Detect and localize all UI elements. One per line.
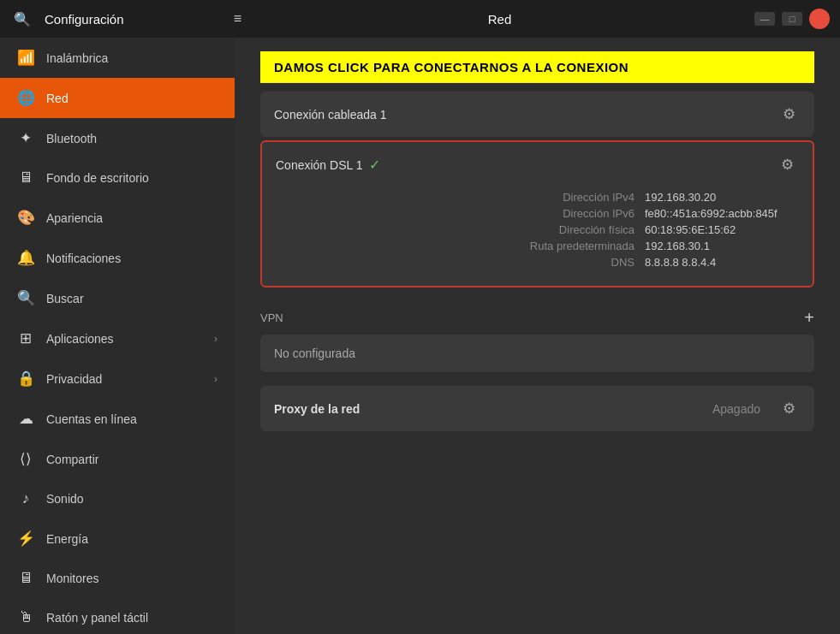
search-sidebar-icon: 🔍 [17, 289, 34, 307]
mac-label: Dirección física [559, 223, 634, 236]
sidebar-label-sonido: Sonido [46, 492, 84, 506]
sidebar-label-compartir: Compartir [46, 453, 98, 466]
sidebar-label-monitores: Monitores [46, 572, 98, 585]
route-value: 192.168.30.1 [645, 240, 799, 252]
dsl-name-text: Conexión DSL 1 [276, 158, 362, 172]
proxy-settings-button[interactable]: ⚙ [777, 398, 801, 419]
close-button[interactable]: ✕ [809, 9, 830, 29]
share-icon: ⟨⟩ [17, 450, 34, 468]
proxy-status: Apagado [712, 402, 760, 416]
sidebar-label-raton: Ratón y panel táctil [46, 611, 148, 625]
sidebar: 📶 Inalámbrica 🌐 Red ✦ Bluetooth 🖥 Fondo … [0, 38, 235, 634]
sidebar-label-energia: Energía [46, 532, 88, 546]
sound-icon: ♪ [17, 490, 34, 507]
sidebar-label-red: Red [46, 92, 69, 105]
annotation-banner: DAMOS CLICK PARA CONECTARNOS A LA CONEXI… [260, 51, 814, 83]
sidebar-item-sonido[interactable]: ♪ Sonido [0, 479, 235, 518]
maximize-button[interactable]: □ [782, 12, 802, 26]
sidebar-item-compartir[interactable]: ⟨⟩ Compartir [0, 439, 235, 479]
apps-icon: ⊞ [17, 329, 34, 347]
vpn-title: VPN [260, 311, 283, 324]
proxy-label: Proxy de la red [274, 402, 360, 416]
sidebar-label-bluetooth: Bluetooth [46, 132, 97, 145]
vpn-header: VPN + [260, 301, 814, 335]
appearance-icon: 🎨 [17, 209, 34, 227]
sidebar-item-bluetooth[interactable]: ✦ Bluetooth [0, 118, 235, 158]
power-icon: ⚡ [17, 530, 34, 548]
ipv4-label: Dirección IPv4 [563, 191, 634, 204]
sidebar-item-aplicaciones[interactable]: ⊞ Aplicaciones › [0, 318, 235, 358]
ipv6-label: Dirección IPv6 [563, 207, 634, 220]
window-title: Red [245, 12, 754, 27]
dns-row: DNS 8.8.8.8 8.8.4.4 [276, 256, 799, 269]
arrow-icon-2: › [214, 373, 217, 385]
ipv4-value: 192.168.30.20 [645, 191, 799, 204]
connection-details: Dirección IPv4 192.168.30.20 Dirección I… [262, 187, 813, 286]
proxy-row: Proxy de la red Apagado ⚙ [260, 386, 814, 431]
wired-connection-row: Conexión cableada 1 ⚙ [260, 92, 814, 137]
bell-icon: 🔔 [17, 249, 34, 267]
app-title: Configuración [45, 12, 124, 27]
sidebar-item-energia[interactable]: ⚡ Energía [0, 518, 235, 559]
cloud-icon: ☁ [17, 410, 34, 428]
ipv6-value: fe80::451a:6992:acbb:845f [645, 207, 799, 220]
wifi-icon: 📶 [17, 49, 34, 67]
vpn-add-button[interactable]: + [804, 308, 814, 328]
desktop-icon: 🖥 [17, 169, 34, 187]
wired-connection-name: Conexión cableada 1 [274, 108, 387, 121]
ipv6-row: Dirección IPv6 fe80::451a:6992:acbb:845f [276, 207, 799, 220]
sidebar-item-raton[interactable]: 🖱 Ratón y panel táctil [0, 598, 235, 634]
route-label: Ruta predeterminada [530, 240, 634, 252]
route-row: Ruta predeterminada 192.168.30.1 [276, 240, 799, 252]
dsl-connection-row: Conexión DSL 1 ✓ ⚙ [262, 142, 813, 187]
lock-icon: 🔒 [17, 370, 34, 388]
window-controls: — □ ✕ [754, 9, 830, 29]
sidebar-item-notificaciones[interactable]: 🔔 Notificaciones [0, 238, 235, 278]
main-layout: 📶 Inalámbrica 🌐 Red ✦ Bluetooth 🖥 Fondo … [0, 38, 840, 634]
check-icon: ✓ [369, 157, 380, 173]
sidebar-label-inalambrica: Inalámbrica [46, 51, 108, 65]
dsl-settings-button[interactable]: ⚙ [776, 154, 799, 175]
sidebar-label-privacidad: Privacidad [46, 372, 102, 386]
vpn-not-configured: No configurada [274, 347, 355, 360]
vpn-card: No configurada [260, 335, 814, 372]
sidebar-item-buscar[interactable]: 🔍 Buscar [0, 278, 235, 318]
mac-row: Dirección física 60:18:95:6E:15:62 [276, 223, 799, 236]
arrow-icon: › [214, 333, 217, 345]
wired-settings-button[interactable]: ⚙ [777, 104, 801, 125]
sidebar-item-apariencia[interactable]: 🎨 Apariencia [0, 198, 235, 238]
wired-connection-card[interactable]: Conexión cableada 1 ⚙ [260, 92, 814, 137]
sidebar-item-privacidad[interactable]: 🔒 Privacidad › [0, 358, 235, 399]
sidebar-item-monitores[interactable]: 🖥 Monitores [0, 559, 235, 598]
dsl-connection-name: Conexión DSL 1 ✓ [276, 157, 380, 173]
hamburger-button[interactable]: ≡ [230, 8, 245, 30]
dns-label: DNS [611, 256, 634, 269]
vpn-section: VPN + No configurada [260, 301, 814, 372]
minimize-button[interactable]: — [754, 12, 775, 26]
sidebar-item-red[interactable]: 🌐 Red [0, 78, 235, 118]
sidebar-label-buscar: Buscar [46, 292, 84, 305]
titlebar-left: 🔍 Configuración ≡ [10, 8, 245, 31]
titlebar: 🔍 Configuración ≡ Red — □ ✕ [0, 0, 840, 38]
search-button[interactable]: 🔍 [10, 8, 34, 31]
monitor-icon: 🖥 [17, 570, 34, 587]
ipv4-row: Dirección IPv4 192.168.30.20 [276, 191, 799, 204]
network-icon: 🌐 [17, 89, 34, 107]
sidebar-label-aplicaciones: Aplicaciones [46, 332, 114, 346]
main-content: DAMOS CLICK PARA CONECTARNOS A LA CONEXI… [235, 38, 840, 634]
mac-value: 60:18:95:6E:15:62 [645, 223, 799, 236]
sidebar-label-cuentas: Cuentas en línea [46, 412, 137, 426]
sidebar-item-fondo[interactable]: 🖥 Fondo de escritorio [0, 158, 235, 198]
bluetooth-icon: ✦ [17, 129, 34, 147]
dns-value: 8.8.8.8 8.8.4.4 [645, 256, 799, 269]
sidebar-item-inalambrica[interactable]: 📶 Inalámbrica [0, 38, 235, 78]
sidebar-label-apariencia: Apariencia [46, 211, 103, 225]
sidebar-label-notificaciones: Notificaciones [46, 252, 121, 265]
dsl-connection-card[interactable]: Conexión DSL 1 ✓ ⚙ Dirección IPv4 192.16… [260, 140, 814, 287]
sidebar-item-cuentas[interactable]: ☁ Cuentas en línea [0, 399, 235, 439]
proxy-right: Apagado ⚙ [712, 398, 801, 419]
mouse-icon: 🖱 [17, 609, 34, 626]
sidebar-label-fondo: Fondo de escritorio [46, 171, 149, 185]
